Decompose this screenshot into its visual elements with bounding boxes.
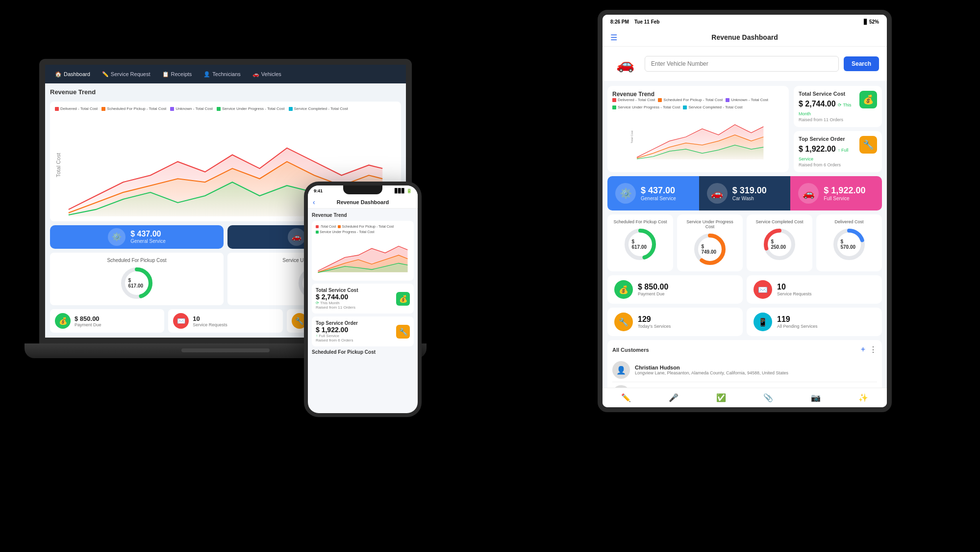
tablet-title: Revenue Dashboard [711, 33, 778, 41]
tablet-total-service: 💰 Total Service Cost $ 2,744.00 ⟳ This M… [794, 86, 882, 127]
phone-legend: -Total Cost Scheduled For Pickup - Total… [316, 225, 410, 234]
tablet-chart-card: Revenue Trend Delivered - Total Cost Sch… [607, 86, 789, 172]
legend-item-delivered: Delivered - Total Cost [55, 106, 98, 111]
tablet-status-bar: 8:26 PM Tue 11 Feb ▊ 52% [603, 15, 887, 28]
phone-header: ‹ Revenue Dashboard [308, 196, 418, 209]
donut-delivered-tablet: $ 570.00 [832, 227, 866, 262]
toolbar-attach-icon[interactable]: 📎 [763, 393, 773, 402]
nav-receipts[interactable]: 📋Receipts [158, 69, 196, 79]
phone-chart-box: -Total Cost Scheduled For Pickup - Total… [312, 221, 414, 281]
toolbar-pencil-icon[interactable]: ✏️ [621, 393, 631, 402]
tablet-top-cards: ⚙️ $ 437.00 General Service 🚗 $ 319.00 C… [607, 176, 882, 210]
phone-total-service: Total Service Cost $ 2,744.00 ⟳ This Mon… [312, 284, 414, 314]
tablet-donut-cards: Scheduled For Pickup Cost $ 617.00 Servi… [607, 214, 882, 271]
svg-text:Total Cost: Total Cost [55, 153, 61, 177]
general-service-icon: ⚙️ [108, 228, 126, 246]
customer-row-2: 👤 Rogan Harris [612, 382, 877, 388]
requests-icon: ✉️ [173, 313, 189, 329]
phone-revenue-title: Revenue Trend [312, 212, 414, 218]
phone-scheduled-title: Scheduled For Pickup Cost [312, 349, 414, 355]
phone-chart-svg [316, 236, 410, 275]
phone-notch [343, 185, 382, 194]
tablet-customers: All Customers + ⋮ 👤 Christian Hudson Lon… [607, 340, 882, 388]
legend-item-unknown: Unknown - Total Cost [170, 106, 213, 111]
donut-progress-tablet: $ 749.00 [693, 232, 727, 266]
payment-info: $ 850.00 Payment Due [75, 315, 101, 327]
tablet-customers-header: All Customers + ⋮ [612, 345, 877, 354]
phone-top-service: Top Service Order $ 1,922.00 ↑ Full Serv… [312, 316, 414, 346]
customer-row-1: 👤 Christian Hudson Longview Lane, Pleasa… [612, 358, 877, 382]
phone-legend-3: Service Under Progress - Total Cost [316, 230, 375, 234]
toolbar-camera-icon[interactable]: 📷 [811, 393, 821, 402]
car-wash-icon: 🚗 [707, 183, 728, 204]
customer-options-button[interactable]: ⋮ [869, 345, 877, 354]
laptop-revenue-title: Revenue Trend [50, 88, 401, 96]
tablet-today-services: 🔧 129 Today's Services [607, 308, 743, 336]
nav-service-request[interactable]: ✏️Service Request [98, 69, 154, 79]
phone-legend-2: Scheduled For Pickup - Total Cost [338, 225, 394, 228]
today-services-info: 129 Today's Services [638, 315, 671, 329]
tablet-service-cards-col: 💰 Total Service Cost $ 2,744.00 ⟳ This M… [794, 86, 882, 172]
nav-vehicles[interactable]: 🚗Vehicles [249, 69, 285, 79]
toolbar-mic-icon[interactable]: 🎤 [669, 393, 678, 402]
tablet-search-area: 🚗 Search [603, 47, 887, 81]
tablet-donut-progress: Service Under Progress Cost $ 749.00 [677, 214, 743, 271]
phone-top-service-info: Top Service Order $ 1,922.00 ↑ Full Serv… [316, 320, 358, 342]
tablet-donut-delivered: Delivered Cost $ 570.00 [816, 214, 882, 271]
phone-total-service-info: Total Service Cost $ 2,744.00 ⟳ This Mon… [316, 288, 358, 310]
donut-scheduled-tablet: $ 617.00 [623, 227, 657, 262]
phone-total-service-icon: 💰 [396, 292, 410, 306]
donut-completed-tablet: $ 250.00 [762, 227, 797, 262]
svg-text:Total Cost: Total Cost [630, 131, 633, 143]
svg-text:Apr 2018: Apr 2018 [746, 161, 756, 161]
today-services-icon: 🔧 [614, 313, 633, 331]
tablet-general-service: ⚙️ $ 437.00 General Service [607, 176, 699, 210]
service-requests-info: 10 Service Requests [777, 283, 812, 296]
payment-due-icon: 💰 [614, 280, 633, 299]
customer-1-avatar: 👤 [612, 361, 630, 379]
tablet-footer-stats: 💰 $ 850.00 Payment Due 🔧 129 Today's Ser… [607, 275, 882, 336]
tablet-revenue-title: Revenue Trend [612, 91, 784, 98]
toolbar-sparkle-icon[interactable]: ✨ [858, 393, 868, 402]
payment-due-info: $ 850.00 Payment Due [638, 283, 668, 296]
tablet-frame: 8:26 PM Tue 11 Feb ▊ 52% ☰ Revenue Dashb… [598, 10, 892, 412]
tablet-header: ☰ Revenue Dashboard [603, 28, 887, 47]
tablet-legend: Delivered - Total Cost Scheduled For Pic… [612, 98, 784, 109]
add-customer-button[interactable]: + [861, 345, 865, 354]
laptop-chart-legend: Delivered - Total Cost Scheduled For Pic… [55, 106, 396, 111]
tablet-full-service: 🚗 $ 1,922.00 Full Service [790, 176, 882, 210]
general-service-info: $ 437.00 General Service [130, 230, 166, 244]
toolbar-check-icon[interactable]: ✅ [716, 393, 726, 402]
tl-5: Service Completed - Total Cost [683, 105, 742, 109]
general-service-icon: ⚙️ [615, 183, 636, 204]
legend-item-progress: Service Under Progress - Total Cost [217, 106, 284, 111]
tablet-donut-completed: Service Completed Cost $ 250.00 [747, 214, 812, 271]
phone-device: 9:41 ▊▊▊ 🔋 ‹ Revenue Dashboard Revenue T… [304, 182, 422, 417]
nav-dashboard[interactable]: 🏠Dashboard [51, 69, 94, 79]
tablet-search-button[interactable]: Search [844, 56, 879, 71]
phone-frame: 9:41 ▊▊▊ 🔋 ‹ Revenue Dashboard Revenue T… [304, 182, 422, 417]
top-service-icon: 🔧 [859, 136, 877, 154]
total-service-icon: 💰 [859, 91, 877, 108]
laptop-navbar: 🏠Dashboard ✏️Service Request 📋Receipts 👤… [45, 65, 406, 83]
phone-back-button[interactable]: ‹ [313, 198, 315, 206]
tablet-screen: 8:26 PM Tue 11 Feb ▊ 52% ☰ Revenue Dashb… [603, 15, 887, 407]
phone-legend-1: -Total Cost [316, 225, 336, 228]
tablet-menu-icon[interactable]: ☰ [610, 33, 617, 42]
general-service-info: $ 437.00 General Service [641, 185, 676, 201]
legend-item-scheduled: Scheduled For Pickup - Total Cost [101, 106, 166, 111]
tablet-car-wash: 🚗 $ 319.00 Car Wash [699, 176, 791, 210]
requests-info: 10 Service Requests [193, 315, 227, 327]
phone-title: Revenue Dashboard [337, 199, 389, 205]
legend-item-completed: Service Completed - Total Cost [289, 106, 348, 111]
nav-technicians[interactable]: 👤Technicians [200, 69, 244, 79]
pending-info: 119 All Pending Services [777, 315, 818, 329]
carwash-icon: 🚗 [288, 228, 305, 246]
tablet-pending-services: 📱 119 All Pending Services [747, 308, 882, 336]
donut-scheduled: $ 617.00 [120, 266, 154, 300]
service-requests-icon: ✉️ [754, 280, 772, 299]
tl-2: Scheduled For Pickup - Total Cost [658, 98, 723, 102]
svg-text:Jan 2017: Jan 2017 [648, 161, 658, 161]
phone-top-service-icon: 🔧 [396, 325, 410, 339]
tablet-search-input[interactable] [645, 56, 839, 72]
